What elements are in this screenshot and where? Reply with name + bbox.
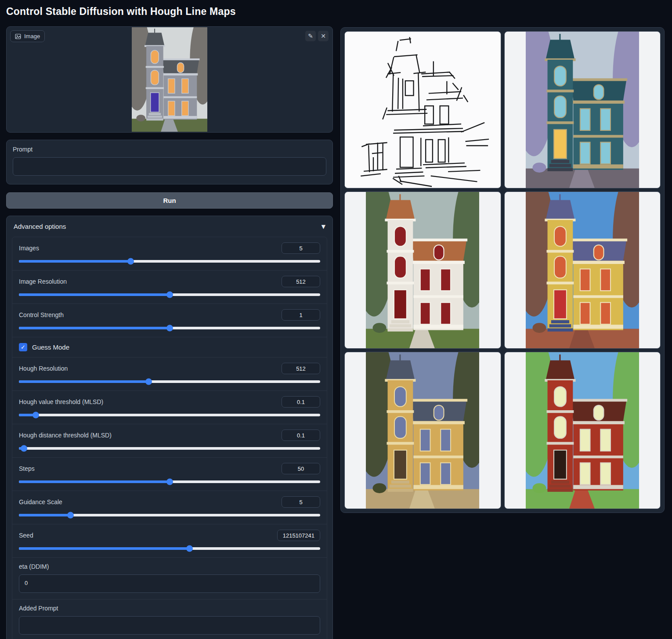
gallery-item-1[interactable] [504, 31, 661, 188]
slider-handle[interactable] [21, 445, 27, 452]
edit-image-button[interactable]: ✎ [305, 31, 316, 41]
image-resolution-value-input[interactable]: 512 [282, 276, 320, 287]
gallery-item-3[interactable] [504, 191, 661, 349]
slider-label: Hough Resolution [19, 365, 68, 372]
seed-slider[interactable] [19, 547, 320, 550]
hough-value-threshold-input[interactable]: 0.1 [282, 396, 320, 408]
hough-distance-threshold-slider-row: Hough distance threshold (MLSD) 0.1 [12, 424, 327, 457]
slider-handle[interactable] [145, 379, 152, 385]
slider-handle[interactable] [127, 258, 134, 265]
control-strength-slider-row: Control Strength 1 [12, 303, 327, 337]
advanced-options-form: Images 5 Image Resolution 512 Contro [12, 237, 327, 639]
output-gallery [340, 27, 665, 513]
hough-resolution-value-input[interactable]: 512 [282, 363, 320, 374]
slider-label: Guidance Scale [19, 498, 62, 505]
control-strength-value-input[interactable]: 1 [282, 309, 320, 321]
hough-line-map-thumbnail [345, 32, 501, 188]
gallery-item-hough-map[interactable] [344, 31, 501, 188]
guidance-scale-value-input[interactable]: 5 [282, 496, 320, 508]
hough-resolution-slider[interactable] [19, 380, 320, 383]
image-resolution-slider[interactable] [19, 293, 320, 296]
prompt-component: Prompt [6, 140, 333, 184]
guidance-scale-slider[interactable] [19, 514, 320, 516]
prompt-label: Prompt [13, 146, 326, 153]
page-title: Control Stable Diffusion with Hough Line… [6, 6, 236, 18]
generated-image-5 [526, 352, 639, 509]
gallery-item-4[interactable] [344, 352, 501, 509]
hough-resolution-slider-row: Hough Resolution 512 [12, 357, 327, 390]
slider-handle[interactable] [166, 479, 173, 485]
slider-handle[interactable] [33, 412, 39, 419]
image-icon [15, 33, 21, 40]
controls-column: Image ✎ ✕ Prompt Run Advanced options ▼ … [6, 26, 333, 639]
slider-label: Steps [19, 465, 35, 472]
guidance-scale-slider-row: Guidance Scale 5 [12, 491, 327, 524]
eta-input[interactable]: 0 [19, 574, 320, 593]
seed-value-input[interactable]: 1215107241 [277, 530, 320, 541]
prompt-input[interactable] [13, 157, 326, 176]
image-input-label-text: Image [24, 33, 40, 40]
slider-label: Control Strength [19, 311, 64, 318]
clear-image-button[interactable]: ✕ [318, 31, 329, 41]
added-prompt-input[interactable] [19, 616, 320, 635]
slider-handle[interactable] [166, 325, 173, 332]
steps-slider-row: Steps 50 [12, 457, 327, 491]
generated-image-1 [526, 32, 639, 188]
checkbox-checked-icon[interactable]: ✓ [19, 343, 27, 351]
chevron-down-icon[interactable]: ▼ [322, 224, 325, 230]
hough-distance-threshold-input[interactable]: 0.1 [282, 430, 320, 441]
guess-mode-label: Guess Mode [32, 343, 69, 351]
control-strength-slider[interactable] [19, 327, 320, 329]
slider-handle[interactable] [186, 545, 193, 552]
steps-value-input[interactable]: 50 [282, 463, 320, 474]
slider-label: Seed [19, 532, 33, 539]
slider-handle[interactable] [166, 292, 173, 298]
images-slider-row: Images 5 [12, 237, 327, 270]
slider-handle[interactable] [67, 512, 74, 519]
seed-slider-row: Seed 1215107241 [12, 524, 327, 557]
generated-image-4 [366, 352, 479, 509]
guess-mode-checkbox-row[interactable]: ✓ Guess Mode [12, 337, 327, 357]
hough-value-threshold-slider-row: Hough value threshold (MLSD) 0.1 [12, 390, 327, 424]
steps-slider[interactable] [19, 480, 320, 483]
added-prompt-label: Added Prompt [19, 605, 320, 612]
generated-image-3 [526, 192, 639, 348]
gallery-item-5[interactable] [504, 352, 661, 509]
eta-label: eta (DDIM) [19, 563, 320, 570]
eta-field-row: eta (DDIM) 0 [12, 557, 327, 599]
images-value-input[interactable]: 5 [282, 242, 320, 254]
advanced-options-accordion: Advanced options ▼ Images 5 Image Resolu… [6, 216, 333, 639]
slider-label: Image Resolution [19, 278, 67, 285]
image-resolution-slider-row: Image Resolution 512 [12, 270, 327, 303]
advanced-options-title: Advanced options [14, 223, 66, 230]
slider-label: Hough distance threshold (MLSD) [19, 432, 112, 439]
hough-distance-threshold-slider[interactable] [19, 447, 320, 450]
added-prompt-field-row: Added Prompt [12, 599, 327, 639]
hough-value-threshold-slider[interactable] [19, 414, 320, 416]
images-slider[interactable] [19, 260, 320, 263]
generated-image-2 [366, 192, 479, 348]
gallery-item-2[interactable] [344, 191, 501, 349]
run-button[interactable]: Run [6, 192, 333, 209]
uploaded-house-photo [132, 27, 207, 132]
slider-label: Hough value threshold (MLSD) [19, 398, 103, 405]
slider-label: Images [19, 245, 39, 252]
image-input-component[interactable]: Image ✎ ✕ [6, 26, 333, 133]
advanced-options-header[interactable]: Advanced options ▼ [7, 216, 332, 236]
image-input-label: Image [10, 30, 45, 42]
